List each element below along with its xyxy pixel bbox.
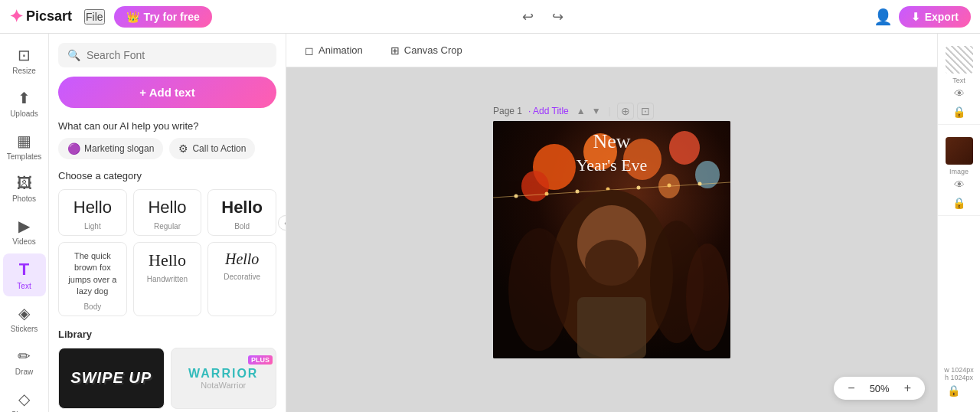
ai-chips: 🟣 Marketing slogan ⚙ Call to Action [58,138,276,159]
animation-icon: ◻ [305,44,314,57]
font-card-body[interactable]: The quick brown fox jumps over a lazy do… [58,242,127,316]
logo-text: Picsart [26,8,72,25]
font-card-bold[interactable]: Hello Bold [207,189,276,236]
font-card-decorative[interactable]: Hello Decorative [207,242,276,316]
warrior-title: WARRIOR [188,367,258,381]
text-visibility-button[interactable]: 👁 [951,84,968,103]
sidebar-item-resize[interactable]: ⊡ Resize [3,40,46,81]
right-panel-text-section: Text 👁 🔒 [938,40,980,125]
font-tag-regular: Regular [154,222,181,231]
font-card-handwritten[interactable]: Hello Handwritten [133,242,202,316]
svg-point-18 [585,240,639,286]
page-up-button[interactable]: ▲ [575,104,587,118]
library-grid: SWIPE UP PLUS WARRIOR NotaWarrior [58,348,276,409]
search-font-box[interactable]: 🔍 [58,43,276,67]
uploads-icon: ⬆ [18,89,31,107]
canvas-viewport: Page 1 · Add Title ▲ ▼ | ⊕ ⊡ [286,67,937,412]
export-button[interactable]: ⬇ Export [899,6,971,28]
text-icon: T [19,260,29,280]
svg-point-14 [668,184,671,188]
marketing-icon: 🟣 [67,142,80,155]
font-preview-regular: Hello [148,198,186,217]
logo-icon: ✦ [9,7,23,27]
font-card-light[interactable]: Hello Light [58,189,127,236]
image-layer-thumbnail[interactable] [946,137,973,165]
page-label: Page 1 · Add Title ▲ ▼ | ⊕ ⊡ [493,103,654,119]
swipe-up-text: SWIPE UP [70,369,152,387]
topbar-center: ↩ ↪ [221,5,864,28]
search-font-input[interactable] [87,49,267,61]
user-account-button[interactable]: 👤 [874,8,893,26]
sidebar-item-photos[interactable]: 🖼 Photos [3,168,46,209]
font-style-grid: Hello Light Hello Regular Hello Bold The… [58,189,276,316]
sidebar-item-stickers[interactable]: ◈ Stickers [3,298,46,339]
zoom-in-button[interactable]: + [900,380,916,397]
main-layout: ⊡ Resize ⬆ Uploads ▦ Templates 🖼 Photos … [0,34,980,412]
videos-icon: ▶ [18,217,30,235]
canvas-image: New Year's Eve [493,121,730,358]
sidebar-item-uploads[interactable]: ⬆ Uploads [3,83,46,124]
size-info-section: w 1024px h 1024px 🔒 [941,360,977,406]
font-card-regular[interactable]: Hello Regular [133,189,202,236]
image-visibility-button[interactable]: 👁 [951,175,968,194]
canvas-toolbar: ◻ Animation ⊞ Canvas Crop [286,34,937,67]
font-tag-body: Body [83,302,101,311]
zoom-bar: − 50% + [834,377,925,400]
divider: | [609,106,611,116]
redo-button[interactable]: ↪ [549,5,567,28]
svg-point-3 [521,171,549,201]
canvas-crop-button[interactable]: ⊞ Canvas Crop [384,41,469,60]
svg-point-13 [637,186,641,190]
font-tag-bold: Bold [234,222,250,231]
right-panel-image-section: Image 👁 🔒 [938,131,980,216]
svg-rect-22 [577,297,646,358]
sidebar-item-videos[interactable]: ▶ Videos [3,211,46,252]
sidebar-item-templates[interactable]: ▦ Templates [3,126,46,167]
size-lock-button[interactable]: 🔒 [944,381,963,400]
ai-chip-cta[interactable]: ⚙ Call to Action [169,138,255,159]
zoom-out-button[interactable]: − [843,380,859,397]
font-preview-body: The quick brown fox jumps over a lazy do… [64,250,122,298]
right-panel: Text 👁 🔒 Image 👁 🔒 w 1024px h 1024px 🔒 [937,34,980,412]
crown-icon: 👑 [126,11,139,23]
topbar: ✦ Picsart File 👑 Try for free ↩ ↪ 👤 ⬇ Ex… [0,0,980,34]
font-tag-handwritten: Handwritten [147,275,188,283]
library-card-warrior[interactable]: PLUS WARRIOR NotaWarrior [171,348,277,409]
ai-chip-marketing[interactable]: 🟣 Marketing slogan [58,138,163,159]
sidebar-item-draw[interactable]: ✏ Draw [3,341,46,382]
canvas-area: ◻ Animation ⊞ Canvas Crop Page 1 · Add T… [286,34,937,412]
svg-point-5 [669,131,700,165]
font-tag-light: Light [84,222,101,231]
zoom-value: 50% [866,383,893,394]
crop-icon: ⊞ [390,44,400,57]
page-options-button[interactable]: ⊡ [637,103,654,119]
file-menu-button[interactable]: File [84,9,105,25]
resize-icon: ⊡ [18,46,31,64]
svg-text:Year's Eve: Year's Eve [577,155,648,175]
text-panel-content: 🔍 + Add text What can our AI help you wr… [49,34,286,412]
font-tag-decorative: Decorative [224,273,260,281]
try-free-button[interactable]: 👑 Try for free [114,6,212,28]
image-lock-button[interactable]: 🔒 [949,194,969,212]
animation-button[interactable]: ◻ Animation [299,41,369,60]
warrior-sub: NotaWarrior [201,381,246,390]
templates-icon: ▦ [17,132,31,150]
cta-icon: ⚙ [178,142,188,155]
font-preview-decorative: Hello [225,250,259,268]
library-card-swipe-up[interactable]: SWIPE UP [58,348,165,409]
page-down-button[interactable]: ▼ [590,104,603,118]
search-icon: 🔍 [67,49,80,61]
add-text-button[interactable]: + Add text [58,77,276,108]
undo-button[interactable]: ↩ [519,5,537,28]
text-lock-button[interactable]: 🔒 [949,103,969,121]
category-label: Choose a category [58,170,276,181]
topbar-right: 👤 ⬇ Export [874,6,971,28]
svg-point-10 [545,192,549,196]
stickers-icon: ◈ [18,304,30,322]
sidebar-item-text[interactable]: T Text [3,253,46,296]
ai-section: What can our AI help you write? 🟣 Market… [58,120,276,159]
sidebar-item-shapes[interactable]: ◇ Shapes [3,384,46,412]
page-duplicate-button[interactable]: ⊕ [617,103,634,119]
text-layer-thumbnail[interactable] [946,46,973,74]
ai-label: What can our AI help you write? [58,120,276,132]
